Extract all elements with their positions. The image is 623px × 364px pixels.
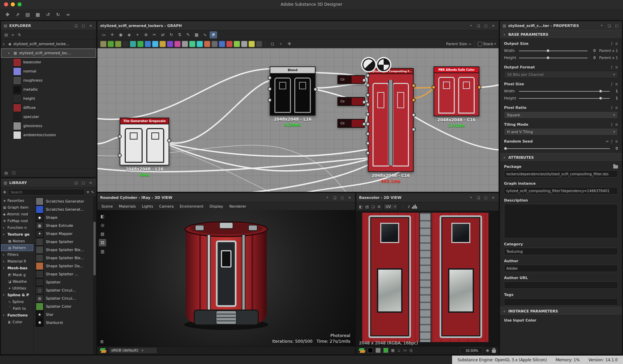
tree-caret-icon[interactable]: ▾ — [8, 52, 11, 55]
node-type-icon[interactable] — [248, 41, 255, 47]
tags-field[interactable] — [504, 298, 618, 306]
float-panel-icon[interactable]: ❏ — [332, 196, 337, 200]
swap-connections-icon[interactable]: ⇄ — [159, 31, 167, 38]
library-category[interactable]: ⌒ Path to — [1, 305, 33, 312]
library-category[interactable]: ★ Favorites — [1, 197, 33, 204]
library-category[interactable]: ◩ Mask g — [1, 271, 33, 278]
library-item[interactable]: ◍ Shape Extrude — [34, 221, 96, 230]
explorer-tree-item[interactable]: ambientocclusion — [1, 130, 96, 140]
expose-function-icon[interactable]: ƒ — [611, 123, 613, 126]
library-category[interactable]: ▾ Functions — [1, 312, 33, 318]
library-category[interactable]: ◆ Atomic nod — [1, 211, 33, 217]
library-category[interactable]: ❖ FxMap nod — [1, 217, 33, 224]
node-type-icon[interactable] — [115, 41, 121, 47]
library-item[interactable]: Shape Splatter Ble... — [34, 254, 96, 262]
target-icon[interactable]: ◎ — [409, 348, 413, 353]
node-type-icon[interactable] — [256, 41, 262, 47]
uv-mode-select[interactable]: UV ▾ — [383, 203, 398, 210]
output-width-slider[interactable] — [519, 51, 588, 51]
grid-snap-icon[interactable]: # — [210, 31, 217, 38]
library-item[interactable]: ✦ Shape Mapper — [34, 230, 96, 238]
save-image-icon[interactable]: ▤ — [365, 205, 368, 209]
menu-item[interactable]: Scene — [101, 204, 113, 209]
refresh-icon[interactable]: ↻ — [168, 31, 175, 38]
scrollbar-thumb[interactable] — [93, 222, 96, 275]
category-caret-icon[interactable]: ▾ — [3, 233, 6, 236]
redo-icon[interactable]: ↻ — [53, 10, 63, 19]
pages-icon[interactable]: ▤ — [4, 171, 8, 175]
node-outputs[interactable] — [167, 139, 171, 145]
edit-filter-icon[interactable]: ✎ — [91, 190, 94, 194]
copy-image-icon[interactable]: ❏ — [372, 205, 375, 209]
param-menu-icon[interactable]: ≣ — [615, 42, 618, 46]
grayscale-toggle-icon[interactable] — [362, 58, 375, 71]
menu-item[interactable]: Lights — [142, 204, 153, 209]
background-grey-swatch[interactable] — [376, 348, 381, 353]
shuffle-seed-icon[interactable]: ⇌ — [606, 140, 609, 143]
graph-instance-field[interactable]: tylized_scifi_compositing_filter?depende… — [504, 187, 618, 194]
pixel-ratio-select[interactable]: Square ▾ — [504, 111, 618, 119]
viewport-menu-icon[interactable]: ≣ — [100, 339, 104, 344]
node-type-icon[interactable] — [226, 41, 233, 47]
param-menu-icon[interactable]: ≣ — [615, 106, 618, 110]
light-icon[interactable]: ◎ — [99, 221, 106, 229]
marquee-select-icon[interactable]: ▭ — [100, 31, 108, 38]
float-panel-icon[interactable]: ❏ — [476, 196, 481, 200]
background-black-swatch[interactable] — [368, 348, 373, 353]
menu-item[interactable]: Display — [210, 204, 224, 209]
expose-function-icon[interactable]: ƒ — [611, 42, 613, 46]
param-menu-icon[interactable]: ≣ — [615, 123, 618, 126]
description-field[interactable] — [504, 204, 618, 238]
node-type-icon[interactable] — [122, 41, 129, 47]
pin-panel-icon[interactable]: ⌖ — [599, 24, 604, 28]
library-item[interactable]: Splatter — [34, 278, 96, 286]
color-toggle-icon[interactable] — [377, 58, 390, 71]
library-category[interactable]: ▾ Texture ge — [1, 231, 33, 238]
menu-item[interactable]: Renderer — [229, 204, 246, 209]
expose-function-icon[interactable]: ƒ — [611, 82, 613, 86]
layout-icon[interactable]: ▦ — [193, 31, 200, 38]
explorer-tree-item[interactable]: height — [1, 94, 96, 103]
node-pbr-albedo-safe-color[interactable]: PBR Albedo Safe Color 2048x2048 - C16 1.… — [434, 66, 479, 116]
link-icon[interactable]: ∞ — [11, 33, 14, 37]
focus-icon[interactable]: ⌖ — [134, 31, 141, 38]
close-window-icon[interactable] — [4, 2, 8, 6]
graph-canvas[interactable]: Tile Generator Grayscale 2048x2048 - L16… — [97, 48, 499, 192]
background-icon[interactable]: ⊞ — [378, 205, 381, 209]
node-color-input[interactable]: Clr — [337, 119, 365, 128]
param-menu-icon[interactable]: ≣ — [615, 82, 618, 86]
maximize-panel-icon[interactable]: □ — [339, 196, 345, 200]
stack-checkbox[interactable] — [478, 42, 482, 46]
node-type-icon[interactable] — [108, 41, 114, 47]
node-type-icon[interactable] — [100, 41, 107, 47]
zoom-fit-icon[interactable]: ⊕ — [142, 31, 150, 38]
node-type-icon[interactable] — [152, 41, 158, 47]
menu-item[interactable]: Environment — [180, 204, 203, 209]
close-panel-icon[interactable]: ✕ — [88, 24, 93, 28]
pixel-height-slider[interactable] — [519, 98, 610, 99]
explorer-tree-item[interactable]: roughness — [1, 76, 96, 85]
menu-item[interactable]: Camera — [159, 204, 174, 209]
render-region-icon[interactable]: ⊡ — [99, 239, 106, 246]
node-blend[interactable]: Blend 2048x2048 - L16 0.28ms — [270, 66, 316, 116]
package-path-field[interactable]: lockers/dependencies/stylized_scifi_comp… — [504, 170, 618, 178]
view3d-viewport[interactable]: ◧◎▤⊡▥ — [97, 210, 355, 346]
author-field[interactable]: Adobe — [504, 265, 618, 272]
output-height-unit[interactable]: Parent x 1 — [598, 56, 618, 60]
node-type-icon[interactable] — [204, 41, 210, 47]
screenshot-icon[interactable]: ◉ — [117, 31, 124, 38]
library-category[interactable]: ▸ Material fi — [1, 258, 33, 265]
node-type-icon[interactable] — [167, 41, 173, 47]
channels-layers-icon[interactable] — [359, 348, 365, 353]
transform-tool-icon[interactable]: ✥ — [3, 10, 12, 19]
more-options-icon[interactable]: » — [469, 42, 471, 46]
library-item[interactable]: ◌ Splatter Circul... — [34, 286, 96, 294]
maximize-panel-icon[interactable]: □ — [81, 181, 86, 185]
node-type-icon[interactable] — [174, 41, 181, 47]
wave-icon[interactable]: ∿ — [201, 31, 209, 38]
float-panel-icon[interactable]: ❏ — [73, 181, 79, 185]
node-color-input[interactable]: Clr — [337, 75, 365, 84]
link-icon[interactable]: ∞ — [63, 10, 73, 19]
node-color-input[interactable]: Clr — [337, 97, 365, 106]
section-instance-parameters[interactable]: » INSTANCE PARAMETERS — [500, 307, 622, 315]
